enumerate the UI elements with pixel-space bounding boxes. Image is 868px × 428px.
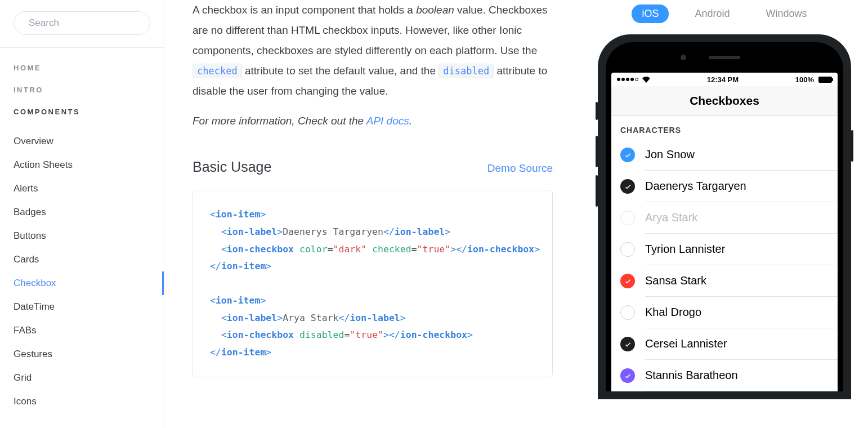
sidebar-item-overview[interactable]: Overview <box>14 130 164 153</box>
list-item[interactable]: Khal Drogo <box>611 297 838 328</box>
list-item-label: Stannis Baratheon <box>645 360 838 391</box>
list-item-label: Jon Snow <box>645 139 838 171</box>
platform-tabs: iOSAndroidWindows <box>632 5 817 23</box>
nav-heading-components[interactable]: COMPONENTS <box>14 108 164 116</box>
platform-tab-ios[interactable]: iOS <box>632 5 669 23</box>
search-input[interactable] <box>29 17 148 29</box>
description-paragraph: A checkbox is an input component that ho… <box>193 0 553 101</box>
phone-screen: 12:34 PM 100% Checkboxes CHARACTERS Jon … <box>611 73 838 391</box>
sidebar-item-badges[interactable]: Badges <box>14 200 164 224</box>
inline-code-disabled: disabled <box>439 64 494 78</box>
sidebar-item-fabs[interactable]: FABs <box>14 319 164 342</box>
list-item-label: Daenerys Targaryen <box>645 171 838 202</box>
desc-text: A checkbox is an input component that ho… <box>193 4 416 16</box>
list-item[interactable]: Cersei Lannister <box>611 328 838 360</box>
list-item: Arya Stark <box>611 202 838 234</box>
phone-frame: 12:34 PM 100% Checkboxes CHARACTERS Jon … <box>598 34 851 399</box>
phone-bezel: 12:34 PM 100% Checkboxes CHARACTERS Jon … <box>606 42 843 391</box>
demo-source-link[interactable]: Demo Source <box>487 162 553 175</box>
list-item-label: Khal Drogo <box>645 297 838 328</box>
search-input-wrap[interactable] <box>14 11 150 35</box>
more-info: For more information, Check out the API … <box>193 115 553 127</box>
status-battery-text: 100% <box>795 75 814 84</box>
sidebar-item-gestures[interactable]: Gestures <box>14 342 164 366</box>
list-item[interactable]: Daenerys Targaryen <box>611 171 838 202</box>
phone-volume-up <box>596 136 598 167</box>
sidebar: HOME INTRO COMPONENTS OverviewAction She… <box>0 0 164 428</box>
list-item-label: Sansa Stark <box>645 265 838 297</box>
checkbox[interactable] <box>620 337 635 351</box>
platform-tab-android[interactable]: Android <box>684 5 740 23</box>
device-preview: iOSAndroidWindows 12:34 PM <box>581 0 868 428</box>
list-header: CHARACTERS <box>611 115 838 139</box>
api-docs-link[interactable]: API docs <box>366 115 409 127</box>
checkbox[interactable] <box>620 368 635 383</box>
navbar-title: Checkboxes <box>611 86 838 115</box>
more-info-text: For more information, Check out the <box>193 115 366 127</box>
signal-icon <box>617 78 638 81</box>
phone-camera <box>681 55 686 60</box>
phone-top <box>606 55 843 60</box>
inline-code-checked: checked <box>193 64 242 78</box>
sidebar-item-checkbox[interactable]: Checkbox <box>14 271 164 295</box>
phone-speaker <box>709 56 740 59</box>
checkbox <box>620 211 635 225</box>
more-info-text: . <box>409 115 412 127</box>
list-item[interactable]: Sansa Stark <box>611 265 838 297</box>
list-item[interactable]: Jon Snow <box>611 139 838 171</box>
status-bar: 12:34 PM 100% <box>611 73 838 86</box>
list-item[interactable]: Tyrion Lannister <box>611 234 838 265</box>
checkbox[interactable] <box>620 148 635 162</box>
wifi-icon <box>642 77 650 83</box>
checkbox[interactable] <box>620 179 635 194</box>
nav-heading-intro[interactable]: INTRO <box>14 86 164 94</box>
sidebar-item-grid[interactable]: Grid <box>14 366 164 390</box>
code-example: <ion-item> <ion-label>Daenerys Targaryen… <box>193 190 553 377</box>
main-content: A checkbox is an input component that ho… <box>164 0 581 428</box>
list-item-label: Cersei Lannister <box>645 328 838 360</box>
sidebar-item-datetime[interactable]: DateTime <box>14 295 164 319</box>
sidebar-item-buttons[interactable]: Buttons <box>14 224 164 248</box>
phone-power-button <box>851 130 853 162</box>
search-container <box>0 11 164 48</box>
phone-volume-down <box>596 175 598 207</box>
status-time: 12:34 PM <box>707 75 739 84</box>
usage-header: Basic Usage Demo Source <box>193 159 553 175</box>
platform-tab-windows[interactable]: Windows <box>756 5 817 23</box>
checkbox[interactable] <box>620 242 635 257</box>
desc-boolean: boolean <box>416 4 454 16</box>
sidebar-item-icons[interactable]: Icons <box>14 390 164 413</box>
list-item[interactable]: Stannis Baratheon <box>611 360 838 391</box>
phone-mute-switch <box>596 102 598 120</box>
list-item-label: Tyrion Lannister <box>645 234 838 265</box>
sidebar-item-cards[interactable]: Cards <box>14 248 164 271</box>
list-item-label: Arya Stark <box>645 202 838 234</box>
sidebar-nav: HOME INTRO COMPONENTS OverviewAction She… <box>0 48 164 413</box>
desc-text: attribute to set the default value, and … <box>242 65 439 77</box>
checkbox[interactable] <box>620 305 635 320</box>
sidebar-item-action-sheets[interactable]: Action Sheets <box>14 153 164 177</box>
basic-usage-heading: Basic Usage <box>193 159 271 175</box>
checkbox[interactable] <box>620 274 635 288</box>
battery-icon <box>818 77 832 83</box>
nav-heading-home[interactable]: HOME <box>14 64 164 72</box>
sidebar-item-alerts[interactable]: Alerts <box>14 177 164 200</box>
